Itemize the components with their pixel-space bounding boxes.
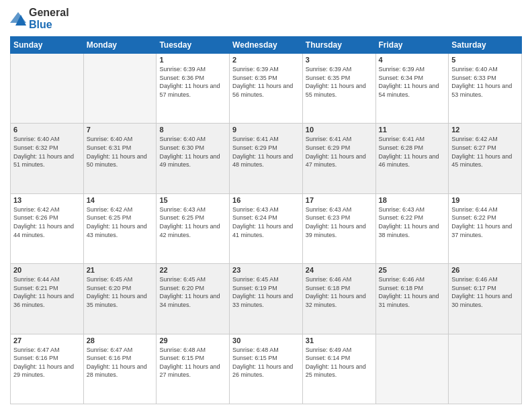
- weekday-header-thursday: Thursday: [302, 37, 375, 54]
- calendar-cell: 2Sunrise: 6:39 AMSunset: 6:35 PMDaylight…: [230, 54, 303, 124]
- day-number: 30: [232, 336, 300, 345]
- logo: General Blue: [10, 7, 69, 31]
- day-info: Sunrise: 6:48 AMSunset: 6:15 PMDaylight:…: [232, 346, 300, 379]
- day-number: 3: [306, 56, 373, 64]
- day-info: Sunrise: 6:42 AMSunset: 6:27 PMDaylight:…: [451, 135, 519, 169]
- day-info: Sunrise: 6:44 AMSunset: 6:22 PMDaylight:…: [451, 205, 519, 239]
- weekday-header-monday: Monday: [83, 37, 157, 54]
- weekday-header-row: SundayMondayTuesdayWednesdayThursdayFrid…: [11, 37, 522, 54]
- calendar-cell: 7Sunrise: 6:40 AMSunset: 6:31 PMDaylight…: [83, 124, 157, 193]
- day-number: 7: [87, 126, 154, 134]
- day-info: Sunrise: 6:39 AMSunset: 6:36 PMDaylight:…: [159, 65, 226, 99]
- calendar-cell: 28Sunrise: 6:47 AMSunset: 6:16 PMDayligh…: [83, 334, 157, 404]
- calendar-cell: 3Sunrise: 6:39 AMSunset: 6:35 PMDaylight…: [302, 54, 375, 124]
- day-info: Sunrise: 6:41 AMSunset: 6:29 PMDaylight:…: [232, 135, 300, 169]
- day-info: Sunrise: 6:41 AMSunset: 6:29 PMDaylight:…: [306, 135, 373, 169]
- day-number: 21: [87, 266, 154, 274]
- calendar-cell: 16Sunrise: 6:43 AMSunset: 6:24 PMDayligh…: [230, 193, 303, 263]
- day-number: 24: [306, 266, 373, 274]
- day-number: 10: [306, 126, 373, 134]
- day-info: Sunrise: 6:48 AMSunset: 6:15 PMDaylight:…: [159, 346, 226, 379]
- day-number: 22: [159, 266, 226, 274]
- calendar-cell: [11, 54, 84, 124]
- calendar-cell: 19Sunrise: 6:44 AMSunset: 6:22 PMDayligh…: [449, 193, 522, 263]
- day-info: Sunrise: 6:40 AMSunset: 6:33 PMDaylight:…: [451, 65, 519, 99]
- header: General Blue: [10, 7, 522, 31]
- calendar-cell: 22Sunrise: 6:45 AMSunset: 6:20 PMDayligh…: [157, 264, 230, 334]
- day-info: Sunrise: 6:45 AMSunset: 6:19 PMDaylight:…: [232, 275, 300, 309]
- calendar-week-row: 13Sunrise: 6:42 AMSunset: 6:26 PMDayligh…: [11, 193, 522, 263]
- calendar-week-row: 27Sunrise: 6:47 AMSunset: 6:16 PMDayligh…: [11, 334, 522, 404]
- day-number: 26: [451, 266, 519, 274]
- calendar-cell: 30Sunrise: 6:48 AMSunset: 6:15 PMDayligh…: [230, 334, 303, 404]
- logo-icon: [10, 12, 26, 26]
- day-number: 18: [379, 196, 446, 204]
- calendar-cell: 8Sunrise: 6:40 AMSunset: 6:30 PMDaylight…: [157, 124, 230, 193]
- day-info: Sunrise: 6:40 AMSunset: 6:32 PMDaylight:…: [13, 135, 81, 169]
- weekday-header-wednesday: Wednesday: [230, 37, 303, 54]
- day-number: 20: [13, 266, 81, 274]
- day-number: 19: [451, 196, 519, 204]
- calendar-week-row: 1Sunrise: 6:39 AMSunset: 6:36 PMDaylight…: [11, 54, 522, 124]
- day-number: 13: [13, 196, 81, 204]
- day-number: 17: [306, 196, 373, 204]
- day-number: 16: [232, 196, 300, 204]
- calendar-cell: 13Sunrise: 6:42 AMSunset: 6:26 PMDayligh…: [11, 193, 84, 263]
- calendar-cell: 6Sunrise: 6:40 AMSunset: 6:32 PMDaylight…: [11, 124, 84, 193]
- calendar-cell: 4Sunrise: 6:39 AMSunset: 6:34 PMDaylight…: [375, 54, 449, 124]
- day-info: Sunrise: 6:41 AMSunset: 6:28 PMDaylight:…: [379, 135, 446, 169]
- day-info: Sunrise: 6:46 AMSunset: 6:18 PMDaylight:…: [379, 275, 446, 309]
- day-info: Sunrise: 6:47 AMSunset: 6:16 PMDaylight:…: [13, 346, 81, 379]
- calendar-week-row: 20Sunrise: 6:44 AMSunset: 6:21 PMDayligh…: [11, 264, 522, 334]
- calendar-cell: 12Sunrise: 6:42 AMSunset: 6:27 PMDayligh…: [449, 124, 522, 193]
- calendar-cell: [449, 334, 522, 404]
- day-number: 2: [232, 56, 300, 64]
- calendar-cell: 14Sunrise: 6:42 AMSunset: 6:25 PMDayligh…: [83, 193, 157, 263]
- day-info: Sunrise: 6:42 AMSunset: 6:25 PMDaylight:…: [87, 205, 154, 239]
- day-info: Sunrise: 6:46 AMSunset: 6:17 PMDaylight:…: [451, 275, 519, 309]
- calendar-cell: 5Sunrise: 6:40 AMSunset: 6:33 PMDaylight…: [449, 54, 522, 124]
- day-number: 31: [306, 336, 373, 345]
- weekday-header-sunday: Sunday: [11, 37, 84, 54]
- calendar-cell: 21Sunrise: 6:45 AMSunset: 6:20 PMDayligh…: [83, 264, 157, 334]
- calendar-cell: 24Sunrise: 6:46 AMSunset: 6:18 PMDayligh…: [302, 264, 375, 334]
- day-number: 5: [451, 56, 519, 64]
- page: General Blue SundayMondayTuesdayWednesda…: [0, 0, 532, 411]
- calendar-cell: 25Sunrise: 6:46 AMSunset: 6:18 PMDayligh…: [375, 264, 449, 334]
- day-info: Sunrise: 6:45 AMSunset: 6:20 PMDaylight:…: [159, 275, 226, 309]
- day-number: 1: [159, 56, 226, 64]
- calendar-cell: [375, 334, 449, 404]
- day-info: Sunrise: 6:39 AMSunset: 6:34 PMDaylight:…: [379, 65, 446, 99]
- weekday-header-saturday: Saturday: [449, 37, 522, 54]
- day-info: Sunrise: 6:49 AMSunset: 6:14 PMDaylight:…: [306, 346, 373, 379]
- calendar-cell: 11Sunrise: 6:41 AMSunset: 6:28 PMDayligh…: [375, 124, 449, 193]
- day-info: Sunrise: 6:39 AMSunset: 6:35 PMDaylight:…: [232, 65, 300, 99]
- calendar-cell: 29Sunrise: 6:48 AMSunset: 6:15 PMDayligh…: [157, 334, 230, 404]
- day-info: Sunrise: 6:39 AMSunset: 6:35 PMDaylight:…: [306, 65, 373, 99]
- day-info: Sunrise: 6:40 AMSunset: 6:30 PMDaylight:…: [159, 135, 226, 169]
- day-info: Sunrise: 6:47 AMSunset: 6:16 PMDaylight:…: [87, 346, 154, 379]
- day-number: 11: [379, 126, 446, 134]
- day-info: Sunrise: 6:40 AMSunset: 6:31 PMDaylight:…: [87, 135, 154, 169]
- day-number: 23: [232, 266, 300, 274]
- calendar-cell: [83, 54, 157, 124]
- calendar-cell: 17Sunrise: 6:43 AMSunset: 6:23 PMDayligh…: [302, 193, 375, 263]
- day-number: 27: [13, 336, 81, 345]
- day-number: 25: [379, 266, 446, 274]
- day-info: Sunrise: 6:43 AMSunset: 6:25 PMDaylight:…: [159, 205, 226, 239]
- calendar-cell: 10Sunrise: 6:41 AMSunset: 6:29 PMDayligh…: [302, 124, 375, 193]
- day-info: Sunrise: 6:44 AMSunset: 6:21 PMDaylight:…: [13, 275, 81, 309]
- day-info: Sunrise: 6:42 AMSunset: 6:26 PMDaylight:…: [13, 205, 81, 239]
- day-info: Sunrise: 6:43 AMSunset: 6:23 PMDaylight:…: [306, 205, 373, 239]
- day-info: Sunrise: 6:46 AMSunset: 6:18 PMDaylight:…: [306, 275, 373, 309]
- weekday-header-tuesday: Tuesday: [157, 37, 230, 54]
- calendar-cell: 1Sunrise: 6:39 AMSunset: 6:36 PMDaylight…: [157, 54, 230, 124]
- day-number: 8: [159, 126, 226, 134]
- calendar-cell: 20Sunrise: 6:44 AMSunset: 6:21 PMDayligh…: [11, 264, 84, 334]
- calendar-week-row: 6Sunrise: 6:40 AMSunset: 6:32 PMDaylight…: [11, 124, 522, 193]
- day-number: 6: [13, 126, 81, 134]
- calendar-cell: 31Sunrise: 6:49 AMSunset: 6:14 PMDayligh…: [302, 334, 375, 404]
- day-number: 15: [159, 196, 226, 204]
- weekday-header-friday: Friday: [375, 37, 449, 54]
- day-number: 28: [87, 336, 154, 345]
